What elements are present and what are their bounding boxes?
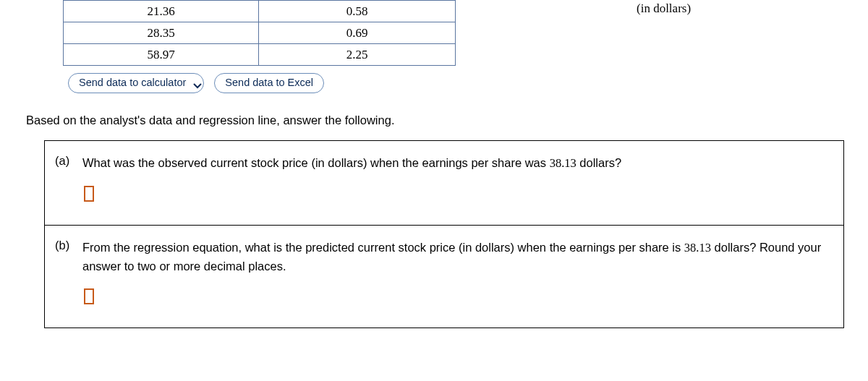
table-cell: 58.97	[64, 44, 259, 66]
button-label: Send data to calculator	[79, 77, 186, 89]
send-to-calculator-button[interactable]: Send data to calculator	[68, 73, 204, 93]
table-row: 28.35 0.69	[64, 22, 456, 44]
table-cell: 0.58	[259, 1, 456, 22]
table-cell: 0.69	[259, 22, 456, 44]
table-cell: 28.35	[64, 22, 259, 44]
answer-input-a[interactable]	[84, 186, 94, 202]
question-text: What was the observed current stock pric…	[82, 154, 833, 173]
table-cell: 21.36	[64, 1, 259, 22]
question-label: (a)	[55, 154, 82, 202]
question-box: (a) What was the observed current stock …	[44, 140, 844, 328]
answer-input-b[interactable]	[84, 288, 94, 304]
instruction-text: Based on the analyst's data and regressi…	[26, 114, 868, 127]
table-row: 58.97 2.25	[64, 44, 456, 66]
table-cell: 2.25	[259, 44, 456, 66]
send-to-excel-button[interactable]: Send data to Excel	[214, 73, 324, 93]
button-label: Send data to Excel	[225, 77, 313, 89]
table-row: 21.36 0.58	[64, 1, 456, 22]
axis-label-text: (in dollars)	[637, 1, 691, 16]
question-a: (a) What was the observed current stock …	[45, 141, 843, 226]
question-text: From the regression equation, what is th…	[82, 239, 833, 275]
data-table: 21.36 0.58 28.35 0.69 58.97 2.25	[63, 0, 456, 66]
question-b: (b) From the regression equation, what i…	[45, 226, 843, 328]
question-label: (b)	[55, 239, 82, 304]
